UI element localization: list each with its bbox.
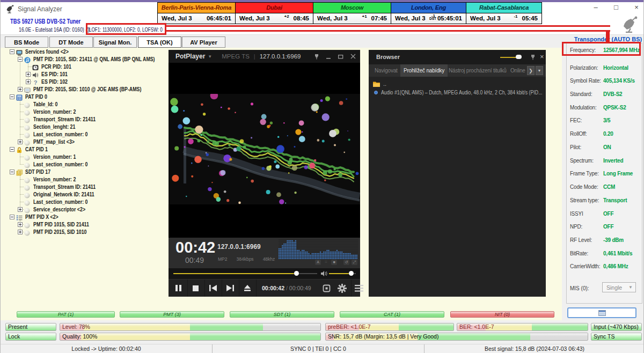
menu-icon[interactable] <box>355 285 363 292</box>
folder-up-item[interactable]: .. <box>373 80 386 87</box>
tree-expand-icon[interactable] <box>18 222 23 227</box>
transponder-row-fec: FEC:3/5 <box>570 117 643 123</box>
tree-collapse-icon[interactable] <box>10 215 14 219</box>
close-icon[interactable] <box>350 54 356 59</box>
tree-item-label: PAT PID 0 <box>25 93 47 100</box>
clock-4: London, EngWed, Jul 3-1DST05:45:01 <box>391 3 466 24</box>
potplayer-titlebar[interactable]: PotPlayer ▼ MPEG TS | 127.0.0.1:6969 <box>169 50 360 63</box>
table-bar-pmt-3: PMT (3) <box>120 311 224 318</box>
transponder-row-frequency: Frequency:12567,994 MHz <box>570 47 643 53</box>
tree-guide-line <box>20 152 20 164</box>
seek-bar[interactable] <box>173 273 297 274</box>
clock-city: Dubai <box>236 3 313 13</box>
meter-label: preBER: <1.0E-7 <box>328 323 371 330</box>
audio-track-item[interactable]: Audio #1(QNL AMS) – Dutch, MPEG Audio, 4… <box>373 90 544 95</box>
browser-tab-1[interactable]: Navigovat <box>374 64 398 77</box>
browser-titlebar[interactable]: Browser × <box>369 50 546 64</box>
clock-datetime: Wed, Jul 3+208:45 <box>236 13 313 24</box>
browser-tab-3[interactable]: Nástroj procházení titulků <box>448 64 507 77</box>
transponder-row-modulation: Modulation:QPSK-S2 <box>570 105 643 111</box>
mis-dropdown[interactable]: Single ▼ <box>602 282 636 292</box>
field-value: Transport <box>603 197 627 203</box>
stop-button[interactable] <box>193 285 199 291</box>
transponder-panel: Transponder (AUTO BS) Frequency:12567,99… <box>562 48 644 320</box>
browser-tab-2[interactable]: Prohlížeč nabídky <box>400 64 448 77</box>
control-box-icon[interactable] <box>323 284 331 292</box>
volume-icon[interactable] <box>321 271 327 276</box>
tree-stub-line <box>20 104 24 105</box>
tree-collapse-icon[interactable] <box>10 49 14 54</box>
field-label: Pilot: <box>570 144 603 150</box>
device-name: TBS 5927 USB DVB-S2 Tuner <box>10 18 80 25</box>
browser-tab-4[interactable]: Online <box>510 64 526 77</box>
meter-quality: Quality: 100% <box>60 333 321 341</box>
field-value: CCM <box>603 184 615 190</box>
tree-item-label: Section_lenght: 21 <box>33 123 75 130</box>
tree-expand-icon[interactable] <box>18 139 23 144</box>
tree-item-label: SDT PID 17 <box>25 168 50 175</box>
volume-bar[interactable] <box>329 273 351 274</box>
field-value: DVB-S2 <box>603 91 622 97</box>
opacity-slider-knob[interactable] <box>516 55 522 59</box>
tree-collapse-icon[interactable] <box>18 57 23 62</box>
seek-knob[interactable] <box>294 271 299 276</box>
statusbar-section-2: SYNC 0 | TEI 0 | CC 0 <box>213 344 425 353</box>
field-value: 0,486 MHz <box>603 263 628 269</box>
repeat-icon[interactable]: ↺ <box>343 260 349 265</box>
previous-button[interactable] <box>209 285 217 291</box>
table-view-button[interactable] <box>567 307 636 318</box>
browser-window: Browser × NavigovatProhlížeč nabídkyNást… <box>369 50 546 297</box>
potplayer-menu[interactable]: PotPlayer <box>175 53 205 60</box>
ball-icon <box>24 191 31 197</box>
field-label: Spectrum: <box>570 158 603 164</box>
close-icon[interactable]: × <box>540 53 544 61</box>
tree-collapse-icon[interactable] <box>10 147 14 152</box>
minimize-button[interactable]: – <box>591 3 601 11</box>
table-icon <box>16 93 23 100</box>
video-area[interactable] <box>169 63 360 238</box>
minimize-icon[interactable] <box>326 54 331 59</box>
close-button[interactable]: × <box>632 3 641 11</box>
pin-icon[interactable] <box>314 54 319 60</box>
tab-av-player[interactable]: AV Player <box>182 36 225 48</box>
transponder-title: Transponder (AUTO BS) <box>567 36 644 42</box>
transponder-row-code-mode: Code Mode:CCM <box>570 184 643 190</box>
shuffle-icon[interactable]: ⁙ <box>323 260 329 265</box>
tab-dt-mode[interactable]: DT Mode <box>49 36 93 48</box>
tree-expand-icon[interactable] <box>26 79 31 84</box>
next-button[interactable] <box>226 285 234 291</box>
world-clocks: Berlin-Paris-Vienna-RomaWed, Jul 306:45:… <box>157 2 542 24</box>
tab-bs-mode[interactable]: BS Mode <box>5 36 48 48</box>
tabs-scroll-right-button[interactable]: ❯ <box>527 66 535 75</box>
volume-knob[interactable] <box>349 271 354 276</box>
transponder-row-rolloff: RollOff:0.20 <box>570 131 643 137</box>
tree-expand-icon[interactable] <box>18 87 23 92</box>
ball-icon <box>24 221 31 227</box>
list-icon <box>16 214 23 220</box>
sdt-icon <box>16 168 23 175</box>
playlist-icon[interactable]: ■ <box>331 260 337 265</box>
tree-collapse-icon[interactable] <box>10 94 14 99</box>
tree-collapse-icon[interactable] <box>10 170 14 174</box>
tabs-dropdown-button[interactable]: ▼ <box>536 66 543 75</box>
meter-present: Present <box>5 323 56 331</box>
settings-gear-icon[interactable] <box>338 284 347 293</box>
eject-button[interactable] <box>244 285 251 291</box>
maximize-icon[interactable] <box>338 54 343 59</box>
seek-volume-row <box>169 268 360 279</box>
tree-expand-icon[interactable] <box>18 207 23 212</box>
pin-icon[interactable] <box>530 54 536 60</box>
maximize-button[interactable]: □ <box>611 3 621 11</box>
fullscreen-icon[interactable]: ⤢ <box>352 260 357 265</box>
field-value: OFF <box>603 211 613 217</box>
tree-expand-icon[interactable] <box>18 230 23 234</box>
ab-repeat-icon[interactable]: A <box>315 260 321 265</box>
ball-icon <box>24 176 31 182</box>
folder-icon <box>373 81 380 87</box>
field-value: -39 dBm <box>603 237 624 243</box>
tab-tsa-ok[interactable]: TSA (OK) <box>138 36 181 48</box>
tree-expand-icon[interactable] <box>26 72 31 77</box>
tab-signal-mon[interactable]: Signal Mon. <box>93 36 137 48</box>
field-label: CarrierWidth: <box>570 263 603 269</box>
pause-button[interactable] <box>175 284 182 292</box>
